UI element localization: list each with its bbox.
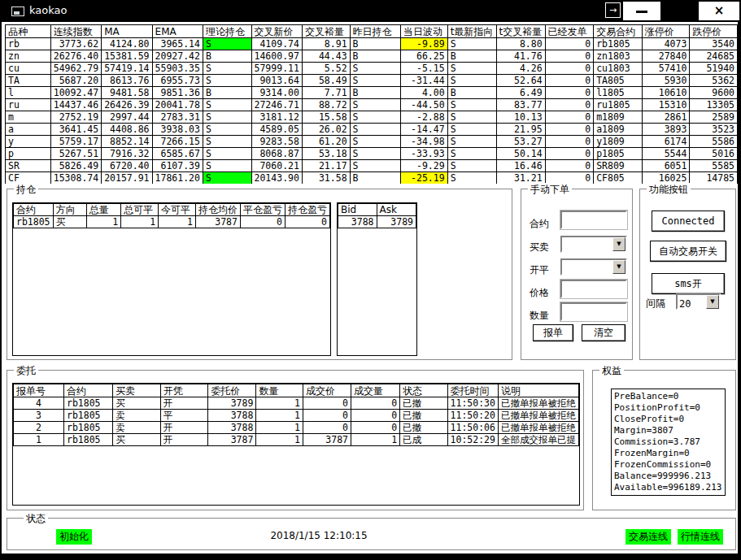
table-cell: 4073 <box>642 38 690 50</box>
table-row[interactable]: SR5826.496720.406107.39S7060.2121.17S-9.… <box>6 160 738 172</box>
table-cell: 开 <box>160 434 207 446</box>
auto-trade-toggle-button[interactable]: 自动交易开关 <box>650 241 726 262</box>
table-row[interactable]: ru14437.4626426.3920041.78S27246.7188.72… <box>6 99 738 111</box>
chevron-down-icon[interactable]: ▼ <box>706 295 719 309</box>
table-row[interactable]: 1rb1805买开3787137871已成10:52:29全部成交报单已提 <box>14 434 579 446</box>
equity-line: FrozenMargin=0 <box>614 448 722 459</box>
table-cell: 55903.35 <box>152 63 203 75</box>
table-cell: 21.17 <box>302 160 350 172</box>
table-cell: 已撤 <box>400 422 447 434</box>
table-row[interactable]: 2rb1805卖开3788100已撤11:50:06已撤单报单被拒绝 <box>14 422 579 434</box>
offset-select[interactable]: ▼ <box>560 258 627 276</box>
manual-order-panel-label: 手动下单 <box>528 183 572 197</box>
table-cell: 10610 <box>642 87 690 99</box>
minimize-button[interactable] <box>623 2 660 20</box>
orders-header-row: 报单号合约买卖开凭委托价数量成交价成交量状态委托时间说明 <box>14 384 579 397</box>
table-cell: 50.14 <box>496 148 545 160</box>
table-row[interactable]: rb3773.624124.803965.14S4109.748.91B-9.8… <box>6 38 738 50</box>
table-cell: 7.71 <box>302 87 350 99</box>
orders-table-container: 报单号合约买卖开凭委托价数量成交价成交量状态委托时间说明 4rb1805买开37… <box>12 383 580 506</box>
side-label: 买卖 <box>530 241 549 254</box>
table-cell: 27246.71 <box>251 99 302 111</box>
table-cell: 4 <box>14 397 64 410</box>
table-row[interactable]: cu54962.7957419.1455903.35S57999.115.52S… <box>6 63 738 75</box>
column-header: 买卖 <box>113 384 160 397</box>
table-cell: -33.93 <box>400 148 447 160</box>
sms-toggle-button[interactable]: sms开 <box>652 273 725 294</box>
table-row[interactable]: a3641.454408.863938.03S4589.0526.02S-14.… <box>6 124 738 136</box>
table-cell: l <box>6 87 51 99</box>
table-cell: l1805 <box>594 87 643 99</box>
table-row[interactable]: m2752.192997.442783.31S3181.1215.58S-2.8… <box>6 111 738 124</box>
table-row[interactable]: l10092.479481.589851.36B9314.007.71B4.00… <box>6 87 738 99</box>
orders-panel-label: 委托 <box>14 364 38 378</box>
chevron-down-icon[interactable]: ▼ <box>612 260 625 274</box>
column-header: 跌停价 <box>690 25 738 38</box>
table-cell: 10:52:29 <box>447 434 498 446</box>
table-cell: 31.21 <box>496 172 545 184</box>
column-header: 总量 <box>86 204 121 216</box>
table-cell: 5016 <box>690 148 738 160</box>
table-cell: 0 <box>545 148 594 160</box>
table-cell: 4124.80 <box>102 38 152 50</box>
table-cell: 8613.76 <box>102 75 152 87</box>
table-cell: 买 <box>113 397 160 410</box>
table-cell: y1809 <box>594 136 643 148</box>
table-cell: 20157.91 <box>102 172 152 184</box>
bid-ask-table: BidAsk 37883789 <box>338 203 416 228</box>
table-cell: a1809 <box>594 124 643 136</box>
clear-button[interactable]: 清空 <box>582 324 625 341</box>
table-cell: 已成 <box>400 434 447 446</box>
table-cell: 26426.39 <box>102 99 152 111</box>
price-input[interactable] <box>560 280 627 298</box>
side-select[interactable]: ▼ <box>560 236 627 253</box>
table-cell: S <box>447 99 496 111</box>
table-cell: 3 <box>14 410 64 422</box>
column-header: 连续指数 <box>50 25 101 38</box>
quantity-input[interactable] <box>560 302 627 321</box>
table-cell: p1805 <box>594 148 643 160</box>
table-row[interactable]: rb1805买111378700 <box>14 216 330 228</box>
table-cell: 15.58 <box>302 111 350 124</box>
table-cell: 5362 <box>690 75 738 87</box>
contract-input[interactable] <box>560 211 627 229</box>
table-cell: B <box>350 172 400 184</box>
table-row[interactable]: CF15308.7420157.9117861.20S20143.9031.58… <box>6 172 738 184</box>
table-cell: 53.27 <box>496 136 545 148</box>
equity-line: Balance=999996.213 <box>614 471 722 482</box>
table-cell: rb1805 <box>14 216 54 228</box>
table-cell: 51940 <box>690 63 738 75</box>
table-cell: S <box>350 111 400 124</box>
table-row[interactable]: 3rb1805卖平3788100已撤11:50:20已撤单报单被拒绝 <box>14 410 579 422</box>
table-cell: S <box>203 124 251 136</box>
restore-window-icon[interactable]: → <box>605 2 621 18</box>
connected-button[interactable]: Connected <box>652 211 725 232</box>
table-cell: 平 <box>160 410 207 422</box>
table-row[interactable]: 37883789 <box>338 216 416 228</box>
table-cell: 2783.31 <box>152 111 203 124</box>
table-row[interactable]: TA5687.208613.766955.73S9013.6458.49S-31… <box>6 75 738 87</box>
table-cell: 开 <box>160 397 207 410</box>
table-cell: 0 <box>285 216 329 228</box>
table-cell: ru1805 <box>594 99 643 111</box>
table-row[interactable]: y5759.178852.147266.15S9283.5861.20S-34.… <box>6 136 738 148</box>
table-cell: 14785 <box>690 172 738 184</box>
table-cell: 0 <box>545 111 594 124</box>
table-row[interactable]: 4rb1805买开3789100已撤11:50:30已撤单报单被拒绝 <box>14 397 579 410</box>
equity-text-box: PreBalance=0PositionProfit=0CloseProfit=… <box>611 389 726 496</box>
table-row[interactable]: p5267.517916.326585.67S8068.8753.18S-33.… <box>6 148 738 160</box>
submit-order-button[interactable]: 报单 <box>533 324 573 341</box>
table-row[interactable]: zn26276.4015381.5920927.42B14600.9744.43… <box>6 50 738 63</box>
table-cell: S <box>350 136 400 148</box>
table-cell: 1 <box>351 434 400 446</box>
chevron-down-icon[interactable]: ▼ <box>612 237 625 251</box>
column-header: 数量 <box>256 384 303 397</box>
bid-ask-table-container: BidAsk 37883789 <box>337 202 417 356</box>
close-button[interactable]: × <box>699 2 739 20</box>
table-cell: SR <box>6 160 51 172</box>
interval-select[interactable]: 20 ▼ <box>676 293 721 310</box>
table-cell: 已撤单报单被拒绝 <box>498 397 578 410</box>
table-cell: 41.76 <box>496 50 545 63</box>
table-cell: 3788 <box>208 422 256 434</box>
manual-order-panel: 手动下单 合约 买卖 ▼ 开平 ▼ 价格 数量 报单 清空 <box>521 189 633 360</box>
